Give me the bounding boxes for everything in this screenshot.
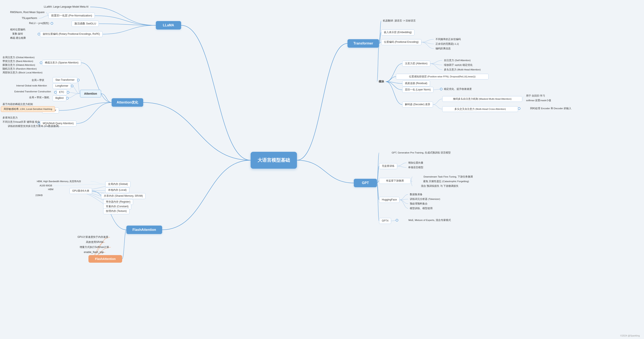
flashattention-label: FlashAttention	[132, 228, 156, 232]
llama-relu: ReLU ~ y=x(线性)	[28, 21, 51, 26]
residual: 残差连接 (Residual)	[402, 81, 430, 86]
llama-rope: 旋转位置编码 (Rotary Positional Encodings, RoP…	[40, 31, 102, 37]
star-transformer: Star-Transformer	[53, 77, 77, 83]
sram-size: 228KB	[34, 193, 44, 198]
cross-att: 多头交叉自注意力 (Multi-Head Cross Attention)	[442, 106, 518, 112]
finetune-query: 训练好的模型支持多注意力查询 (5%数据微调)	[1, 124, 66, 128]
enc-dec-input: 同时处理 Encoder 和 Decoder 的输入	[520, 106, 581, 111]
attention-layer: 注意力层 (Attention)	[402, 61, 430, 67]
lsh-node: 局部敏感哈希, LSH, Local-Sensitive Hashing	[1, 106, 55, 112]
mixed-loss: 混合 预训练损失 与 下游微调损失	[412, 184, 467, 188]
sin-cos-enc: 不同频率的正余弦编码	[434, 37, 462, 42]
bigbird: BigBird	[53, 95, 66, 101]
center-label: 大语言模型基础	[258, 157, 290, 163]
llama-rms: RMSNorm, Root Mean Square	[8, 10, 46, 15]
mindmap-container: 大语言模型基础 LLaMA LLaMA: Large Language Mode…	[0, 0, 644, 339]
svg-point-12	[38, 33, 40, 35]
svg-point-7	[396, 219, 398, 221]
local-mem: 本地内存 (Local)	[105, 187, 129, 193]
gpt4: GPT4	[379, 218, 391, 224]
mt-desc: 机器翻译: 源语言 -> 目标语言	[381, 19, 418, 23]
gpt-desc: GPT, Generative Pre-Training, 生成式预训练 语言模…	[379, 151, 463, 155]
llama-sparse: 稀疏·逐位相乘	[8, 36, 28, 41]
module-label: 模块	[377, 79, 386, 84]
preprocess: 预处理预料集合	[408, 202, 429, 206]
dist-info: 编码距离信息	[434, 46, 452, 51]
gpt-node: GPT	[354, 179, 377, 187]
svg-point-0	[51, 22, 53, 25]
shared-kv: 不同注意力Head共享 键和值 组合	[1, 120, 42, 124]
gpu-mem-types: GPU显存6大类	[70, 188, 92, 194]
add-pos-vec: 增加位置向量	[406, 161, 425, 165]
etc: ETC	[56, 89, 67, 95]
attention-box: Attention	[80, 90, 101, 97]
llama-prenorm: 前置归一化层 (Pre-Normalization)	[48, 13, 95, 19]
masked-mha: 掩码多头自注意力机制 (Masked Multi-Head Attention)	[442, 96, 522, 102]
llama-relative: 相对位置编码	[8, 28, 27, 32]
connections-svg	[0, 0, 644, 339]
layer-norm-desc: 稳定优化、提升收敛速度	[442, 87, 474, 91]
flashattention-inner: FlashAttention	[88, 255, 122, 263]
longformer-pre: Internal Global-node Attention	[13, 84, 50, 88]
svg-point-11	[40, 62, 42, 64]
self-att: 自注意力 (Self Attention)	[442, 58, 472, 63]
embedding: 嵌入表示层 (Embedding)	[381, 30, 414, 36]
moe: MoE, Mixture of Experts, 混合专家模式	[398, 218, 461, 222]
transformer-node: Transformer	[348, 39, 379, 48]
softmax-inc: 增量方式执行Softmax计算	[78, 245, 111, 250]
sin-range: 正余弦的范围是[-1,1]	[434, 42, 460, 46]
gpt-label: GPT	[362, 181, 369, 185]
svg-point-2	[71, 85, 73, 87]
unsupervised: 无监督训练	[379, 163, 397, 169]
llama-label: LLaMA	[163, 23, 174, 28]
content-sparse: 基于内容的稀疏注意力机制	[1, 102, 34, 107]
hbm-local: HBM	[46, 187, 55, 192]
svg-point-5	[440, 88, 442, 90]
svg-point-1	[77, 79, 80, 81]
transformer-label: Transformer	[354, 41, 373, 46]
global-mem: 全局内存 (Global)	[105, 181, 130, 187]
llama-t5: T5LayerNorm	[20, 16, 39, 21]
supervised-ft: 有监督下游微调	[379, 178, 411, 184]
star-pre: 全局＋带状	[30, 78, 46, 82]
tokenizer: 训练词元分析器 (Tokenizer)	[408, 197, 442, 201]
ffn: 位置感知前馈层 (Position-wise FFN); Dropout(ReL…	[396, 74, 488, 80]
attention-opt-label: Attention优化	[117, 100, 138, 105]
llama-complex: 复数·旋转	[10, 32, 25, 36]
hbm-desc: HBM, High Bandwidth Memory, 高宽带内存	[28, 179, 90, 183]
gpu-faster: GPU计算速度快于内存速度	[76, 235, 110, 239]
model-train: 模型训练、模型使用	[408, 206, 434, 211]
longformer: Longformer	[53, 83, 71, 89]
svg-point-3	[67, 91, 69, 93]
layer-norm: 层归一化 (Layer Norm)	[402, 87, 434, 93]
pos-encoding: 位置编码 (Positional Encoding)	[381, 39, 422, 45]
sparse-attention: 稀疏注意力 (Sparse Attention)	[42, 60, 81, 66]
llama-c1: LLaMA: Large Language Model Meta AI	[42, 5, 90, 9]
attention-opt-node: Attention优化	[112, 98, 143, 107]
enable-flash: enable_flash_sdp	[82, 250, 105, 255]
svg-point-6	[518, 107, 520, 109]
softmax-mask: softmax 设置mask小值	[524, 98, 553, 103]
multi-head: 多头注意力 (Multi-Head Attention)	[442, 68, 482, 72]
huggingface: HuggingFace	[379, 197, 400, 203]
flashattention-node: FlashAttention	[126, 226, 162, 234]
catastro-forget: 避免 灾难性遗忘 (Catastrophic Forgetting)	[412, 179, 480, 184]
bigbird-pre: 全局＋带状＋随机	[28, 95, 51, 100]
etc-pre: Extended Transformer Construction	[13, 89, 53, 94]
scale-factor: 缩放因子 sqrt(d) 稳定优化	[442, 63, 474, 67]
texture-mem: 纹理内存 (Texture)	[103, 208, 130, 214]
data-prep: 数据集准备	[408, 192, 424, 197]
llama-node: LLaMA	[156, 21, 181, 30]
multi-query: 多查询注意力	[1, 116, 19, 120]
center-node: 大语言模型基础	[250, 152, 297, 169]
copyright: ©2024 @Sparkling	[620, 334, 640, 337]
svg-point-4	[66, 97, 68, 99]
downstream-ft: Downstream Task Fine-Tuning, 下游任务微调	[412, 175, 484, 179]
svg-point-10	[54, 91, 56, 93]
decoder-diff: 解码器 (Decoder) 差异	[402, 102, 433, 108]
single-lm: 单项语言模型	[406, 165, 425, 170]
llama-swiglu: 激活函数 SwiGLU	[72, 21, 99, 27]
autoregress: 用于 自回归 学习	[524, 94, 547, 98]
use-sram: 高效使用SRAM	[84, 240, 105, 244]
shared-mem: 共享内存 (Shared Memory, SRAM)	[101, 193, 146, 199]
